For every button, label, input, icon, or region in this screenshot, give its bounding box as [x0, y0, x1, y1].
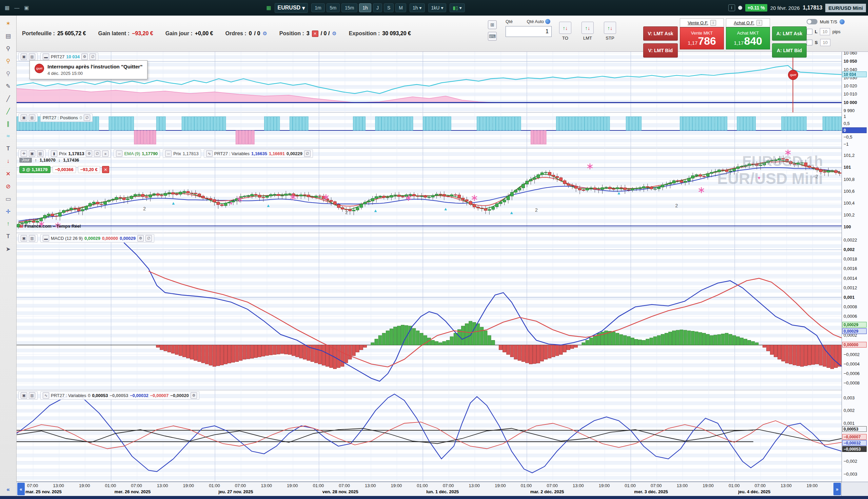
copy-icon[interactable]: ▥: [29, 53, 35, 60]
collapse-panel-button[interactable]: «: [3, 485, 13, 494]
timeframe-button-5m[interactable]: 5m: [326, 3, 340, 12]
wrench-icon[interactable]: ⚙: [191, 392, 197, 399]
eye-slash-icon[interactable]: ∅: [84, 114, 90, 121]
qty-auto-toggle[interactable]: Qté Auto: [526, 19, 550, 24]
timeframe-button-1h[interactable]: 1h: [359, 3, 371, 12]
sell-market-button[interactable]: Vente MKT 1,17786: [680, 27, 724, 49]
chart-plot-price[interactable]: ∗∗2▲▼∗▲∗∗2▲∗▲∗▲2∗▲2∗▼∗2: [16, 148, 842, 233]
series-icon[interactable]: ∿: [43, 392, 49, 399]
sell-lmt-bid-button[interactable]: V: LMT Bid: [643, 44, 678, 58]
zoom-page-tool[interactable]: ⚲: [3, 69, 13, 78]
pencil-tool[interactable]: ✎: [3, 82, 13, 90]
order-mode-to[interactable]: ↑↓TO: [559, 22, 571, 41]
info-icon[interactable]: i: [710, 20, 716, 26]
arrow-up-tool[interactable]: ↑: [3, 220, 13, 228]
arrow-down-tool[interactable]: ↓: [3, 157, 13, 166]
copy-icon[interactable]: ▥: [29, 114, 35, 121]
candle-style-dropdown[interactable]: ▮▯▾: [450, 3, 464, 12]
plus-icon[interactable]: ✛: [21, 150, 27, 157]
gear-icon[interactable]: ⚙: [262, 31, 267, 37]
wrench-icon[interactable]: ⚙: [81, 53, 88, 60]
segment-tool[interactable]: ╱: [3, 94, 13, 103]
minimize-icon[interactable]: —: [14, 5, 19, 11]
series-color-icon[interactable]: ▬: [43, 235, 49, 242]
copy-icon[interactable]: ▥: [29, 235, 35, 242]
limit-value[interactable]: 10: [820, 28, 830, 35]
series-color-icon[interactable]: ▬: [43, 53, 49, 60]
ray-tool[interactable]: ╱: [3, 107, 13, 115]
timeframe-button-1m[interactable]: 1m: [311, 3, 324, 12]
chart-plot-positions[interactable]: [16, 112, 842, 148]
instrument-tab[interactable]: EUR/USD Mini: [825, 4, 866, 12]
popout-icon[interactable]: ▣: [21, 53, 27, 60]
channel-tool[interactable]: ∥: [3, 119, 13, 128]
chart-plot-macd[interactable]: [16, 233, 842, 390]
quantity-dropdown[interactable]: 1kU▾: [428, 3, 447, 12]
buy-lmt-ask-button[interactable]: A: LMT Ask: [772, 26, 807, 41]
zoom-plus-tool[interactable]: ⚲: [3, 57, 13, 65]
close-icon[interactable]: ✕: [312, 31, 318, 37]
text-box-tool[interactable]: T: [3, 232, 13, 241]
stop-checkbox[interactable]: [807, 40, 812, 45]
popout-icon[interactable]: ▣: [29, 150, 35, 157]
sell-of-button[interactable]: Vente O.F.i: [680, 18, 724, 27]
delete-x-tool[interactable]: ✕: [3, 169, 13, 178]
chart-region[interactable]: QUIT Interrompu après l'instruction "Qui…: [16, 51, 842, 482]
limit-checkbox[interactable]: [807, 29, 812, 35]
maximize-icon[interactable]: ▣: [24, 5, 29, 11]
zoom-tool[interactable]: ⚲: [3, 44, 13, 53]
gear-icon[interactable]: ⚙: [332, 31, 336, 37]
eye-slash-icon[interactable]: ∅: [145, 235, 152, 242]
chart-type-icon[interactable]: ▦: [266, 5, 271, 11]
buy-market-button[interactable]: Achat MKT 1,17840: [726, 27, 770, 49]
eye-slash-icon[interactable]: ∅: [90, 53, 96, 60]
timeframe-button-J[interactable]: J: [373, 3, 382, 12]
wave-tool[interactable]: ≈: [3, 132, 13, 141]
qty-input[interactable]: [506, 26, 552, 37]
buy-of-button[interactable]: Achat O.F.i: [726, 18, 770, 27]
magic-wand-tool[interactable]: ✶: [3, 19, 13, 28]
trash-tool[interactable]: ▤: [3, 32, 13, 40]
line-blue-icon[interactable]: ─: [165, 150, 171, 157]
chart-plot-oscillator[interactable]: [16, 390, 842, 482]
sell-lmt-ask-button[interactable]: V: LMT Ask: [643, 26, 678, 41]
no-entry-tool[interactable]: ⊘: [3, 182, 13, 191]
close-position-icon[interactable]: ✕: [102, 166, 109, 173]
eye-slash-icon[interactable]: ∅: [304, 150, 311, 157]
copy-icon[interactable]: ▥: [37, 150, 44, 157]
keyboard-icon[interactable]: ⌨: [488, 32, 497, 41]
wrench-icon[interactable]: ⚙: [86, 150, 92, 157]
grid-layout-icon[interactable]: ▦: [5, 5, 10, 11]
ruler-tool[interactable]: ▭: [3, 194, 13, 203]
info-icon[interactable]: i: [728, 4, 735, 11]
wrench-icon[interactable]: ⚙: [137, 235, 144, 242]
timeframe-button-15m[interactable]: 15m: [342, 3, 357, 12]
cursor-tool[interactable]: ➤: [3, 245, 13, 253]
copy-icon[interactable]: ▥: [29, 392, 35, 399]
info-icon[interactable]: i: [757, 20, 762, 26]
buy-lmt-bid-button[interactable]: A: LMT Bid: [772, 44, 807, 58]
text-tool[interactable]: T: [3, 144, 13, 153]
pan-left-button[interactable]: «: [17, 483, 25, 495]
series-icon[interactable]: ∿: [206, 150, 213, 157]
menu-icon[interactable]: ≡: [102, 150, 108, 157]
symbol-dropdown[interactable]: EURUSD▾: [275, 3, 308, 13]
popout-icon[interactable]: ▣: [21, 392, 27, 399]
multi-ts-toggle[interactable]: [807, 19, 818, 24]
timeframe-button-S[interactable]: S: [384, 3, 394, 12]
order-mode-stp[interactable]: ↑↓STP: [604, 22, 616, 41]
pan-right-button[interactable]: »: [833, 483, 841, 495]
popout-icon[interactable]: ▣: [21, 114, 27, 121]
order-mode-lmt[interactable]: ↑↓LMT: [582, 22, 594, 41]
move-tool[interactable]: ✛: [3, 207, 13, 216]
timeframe-dropdown[interactable]: 1h▾: [409, 3, 425, 12]
line-green-icon[interactable]: ─: [116, 150, 122, 157]
timeframe-button-M[interactable]: M: [395, 3, 406, 12]
time-axis[interactable]: « » 07:0013:0019:0001:0007:0013:0019:000…: [16, 482, 842, 496]
stop-value[interactable]: 10: [820, 39, 830, 46]
eye-slash-icon[interactable]: ∅: [94, 150, 100, 157]
popout-icon[interactable]: ▣: [21, 235, 27, 242]
price-axis[interactable]: 10 06010 05010 04010 03010 02010 01010 0…: [842, 51, 868, 482]
scale-icon[interactable]: ⊞: [488, 20, 497, 29]
candle-icon[interactable]: ▮: [51, 150, 57, 157]
